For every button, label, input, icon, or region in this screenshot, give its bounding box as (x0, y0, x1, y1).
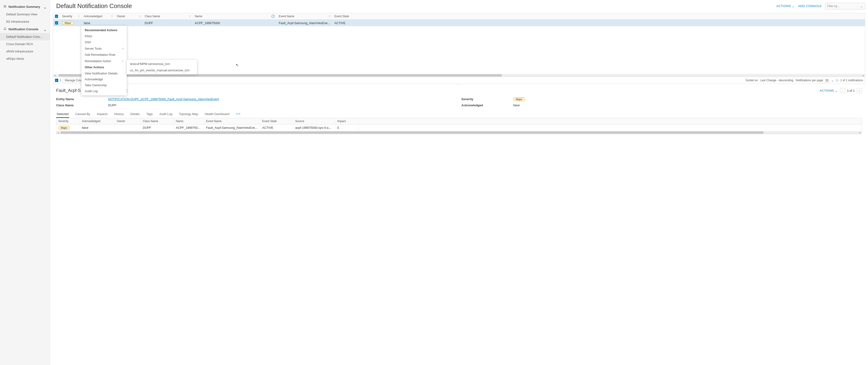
sidebar-item-vrops-alerts[interactable]: vROps Alerts (0, 55, 50, 62)
dcol-event-state[interactable]: Event State (260, 118, 293, 124)
dcol-acknowledged[interactable]: Acknowledged (80, 118, 115, 124)
table-body: ✓ Major false DUPF ACPF_199975000 Fault_… (53, 20, 865, 74)
cell-owner (115, 20, 143, 26)
sidebar-item-vran-infrastructure[interactable]: vRAN Infrastructure (0, 48, 50, 55)
field-value-acknowledged: false (513, 104, 862, 107)
scroll-left-icon[interactable]: ◂ (53, 74, 56, 77)
filter-icon[interactable]: ▽ (329, 15, 331, 18)
filter-by-input[interactable]: Filter by... (825, 3, 865, 9)
tab-caused-by[interactable]: Caused By (75, 111, 91, 118)
detail-actions-dropdown[interactable]: ACTIONS (819, 89, 838, 93)
col-header-event-state[interactable]: Event State (334, 15, 349, 18)
notifications-table: ✓ Severity▽ Acknowledged▽ Owner▽ Class N… (53, 13, 865, 84)
tab-details[interactable]: Details (130, 111, 140, 118)
selected-count: 1 (60, 79, 61, 82)
sidebar-group-notification-summary[interactable]: Notification Summary (0, 3, 50, 11)
dcol-owner[interactable]: Owner (115, 118, 141, 124)
pager-prev-button[interactable]: ‹ (840, 88, 845, 93)
chevron-down-icon[interactable] (831, 79, 834, 82)
tab-tags[interactable]: Tags (146, 111, 153, 118)
tab-more[interactable]: ••• (236, 111, 241, 118)
filter-icon[interactable]: ▽ (139, 15, 141, 18)
detail-table-row[interactable]: Major false DUPF ACPF_1999750... Fault_A… (56, 124, 862, 131)
tab-impacts[interactable]: Impacts (96, 111, 108, 118)
menu-item-remediation-action[interactable]: Remediation Action (82, 58, 127, 64)
sidebar-item-default-notification-console[interactable]: Default Notification Cons... (0, 33, 50, 40)
tab-audit-log[interactable]: Audit Log (159, 111, 173, 118)
chevron-down-icon (44, 28, 46, 31)
cell-event-name: Fault_Acpf-Samsung_AlarmVesEve... (277, 20, 333, 26)
tab-health-dashboard[interactable]: Health Dashboard (204, 111, 230, 118)
col-header-acknowledged[interactable]: Acknowledged (84, 15, 102, 18)
dcol-name[interactable]: Name (174, 118, 204, 124)
detail-horizontal-scrollbar[interactable]: ◂ ▸ (56, 131, 862, 134)
col-header-event-name[interactable]: Event Name (279, 15, 294, 18)
scrollbar-thumb[interactable] (61, 131, 764, 134)
pager-next-button[interactable]: › (857, 88, 862, 93)
scroll-right-icon[interactable]: ▸ (858, 131, 862, 134)
context-menu: Recommended Actions PING SSH Server Tool… (82, 26, 127, 95)
chevron-down-icon (860, 4, 863, 8)
table-footer: ✓ 1 Manage Colu Sorted on : Last Change … (53, 77, 865, 84)
menu-item-audit-log[interactable]: Audit Log (82, 88, 127, 94)
per-page-value[interactable]: 50 (825, 79, 830, 82)
dcol-severity[interactable]: Severity (56, 118, 80, 124)
menu-item-ssh[interactable]: SSH (82, 39, 127, 45)
cell-acknowledged: false (82, 20, 115, 26)
dcol-class-name[interactable]: Class Name (141, 118, 174, 124)
dcell-impact: 0 (335, 124, 359, 131)
dcell-name: ACPF_1999750... (174, 124, 204, 131)
filter-active-icon[interactable]: ▽ (271, 15, 275, 18)
col-header-severity[interactable]: Severity (62, 15, 72, 18)
cell-event-state: ACTIVE (333, 20, 351, 26)
menu-item-take-ownership[interactable]: Take Ownership (82, 82, 127, 88)
col-header-name[interactable]: Name (195, 15, 202, 18)
pager-label: 1 of 1 (847, 89, 855, 92)
select-all-checkbox[interactable]: ✓ (55, 15, 58, 18)
submenu-item-testcufmpm[interactable]: testcuFMPM:servicenow_lcm (127, 61, 197, 67)
sidebar-group-label: Notification Console (8, 27, 38, 31)
col-header-class-name[interactable]: Class Name (145, 15, 160, 18)
scroll-left-icon[interactable]: ◂ (56, 131, 60, 134)
menu-item-server-tools[interactable]: Server Tools (82, 45, 127, 52)
severity-badge: Major (62, 21, 74, 25)
dcol-event-name[interactable]: Event Name (204, 118, 260, 124)
sidebar-item-5g-infrastructure[interactable]: 5G Infrastructure (0, 18, 50, 25)
submenu-item-cu-fm-pm-events[interactable]: cu_fm_pm_events_manual:servicenow_lcm (127, 67, 197, 74)
sidebar-item-default-summary-view[interactable]: Default Summary View (0, 11, 50, 18)
chevron-right-icon (122, 59, 123, 63)
menu-item-acknowledge[interactable]: Acknowledge (82, 76, 127, 82)
tab-selected[interactable]: Selected (56, 111, 69, 118)
detail-table: Severity Acknowledged Owner Class Name N… (56, 118, 862, 134)
entity-name-link[interactable]: NOTIFICATION-DUPF_ACPF_199975000_Fault_A… (108, 97, 219, 101)
context-submenu-remediation: testcuFMPM:servicenow_lcm cu_fm_pm_event… (127, 60, 197, 75)
filter-icon[interactable]: ▽ (189, 15, 191, 18)
footer-checkbox[interactable]: ✓ (55, 79, 58, 82)
dcell-event-name: Fault_Acpf-Samsung_AlarmVesEve... (204, 124, 260, 131)
filter-icon[interactable]: ▽ (78, 15, 80, 18)
scroll-right-icon[interactable]: ▸ (862, 74, 865, 77)
menu-item-ping[interactable]: PING (82, 33, 127, 39)
manage-columns-button[interactable]: Manage Colu (63, 78, 84, 83)
dcol-impact[interactable]: Impact (335, 118, 359, 124)
field-label-entity-name: Entity Name (56, 97, 103, 101)
menu-item-add-remediation-rule[interactable]: Add Remediation Rule (82, 52, 127, 58)
col-header-owner[interactable]: Owner (117, 15, 125, 18)
severity-badge: Major (513, 97, 525, 101)
sidebar-item-cross-domain-rca[interactable]: Cross Domain RCA (0, 40, 50, 48)
add-console-button[interactable]: ADD CONSOLE (798, 4, 822, 8)
dcell-source: acpf-199975000-sys-0-a... (293, 124, 335, 131)
main-content: Default Notification Console ACTIONS ADD… (50, 0, 868, 365)
detail-panel: Fault_Acpf-Samsung_AlarmVesEvent ACTIONS… (53, 85, 865, 136)
tab-history[interactable]: History (114, 111, 124, 118)
sidebar-group-notification-console[interactable]: Notification Console (0, 25, 50, 33)
sidebar: Notification Summary Default Summary Vie… (0, 0, 50, 365)
menu-item-view-notification-details[interactable]: View Notification Details (82, 71, 127, 76)
tab-topology-map[interactable]: Topology Map (178, 111, 198, 118)
actions-dropdown[interactable]: ACTIONS (776, 4, 795, 8)
filter-icon[interactable]: ▽ (111, 15, 113, 18)
dcol-source[interactable]: Source (293, 118, 335, 124)
table-row[interactable]: ✓ Major false DUPF ACPF_199975000 Fault_… (53, 20, 865, 26)
row-checkbox[interactable]: ✓ (55, 21, 58, 25)
context-menu-section: Recommended Actions (82, 27, 127, 33)
